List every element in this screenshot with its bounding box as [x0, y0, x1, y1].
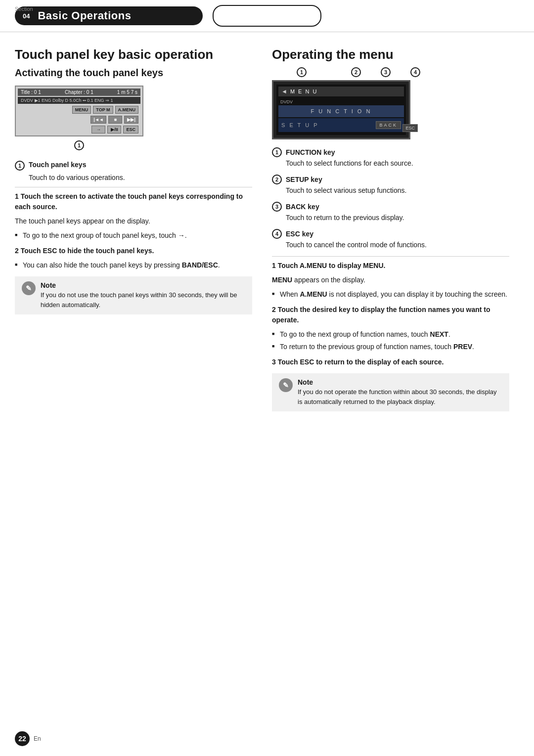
right-step2-bold: 2 Touch the desired key to display the f… [272, 305, 509, 325]
page-header: Section 04 Basic Operations [0, 0, 534, 32]
note-content-left: Note If you do not use the touch panel k… [41, 281, 245, 310]
section-label: Section [15, 6, 33, 12]
back-button[interactable]: BACK [376, 121, 401, 129]
right-column: Operating the menu 1 2 3 4 ◄ M E N U DVD… [272, 47, 509, 417]
dvd-chapter: Chapter : 0 1 [65, 89, 93, 95]
setup-key-item: 2 SETUP key Touch to select various setu… [272, 175, 509, 196]
function-key-desc: Touch to select functions for each sourc… [272, 158, 509, 169]
note-box-left: ✎ Note If you do not use the touch panel… [15, 276, 252, 314]
step1-desc: The touch panel keys appear on the displ… [15, 216, 252, 226]
dvd-stop-btn[interactable]: ■ [108, 116, 122, 124]
step2-bullet: You can also hide the touch panel keys b… [15, 260, 252, 270]
divider-right [272, 256, 509, 257]
function-key-item: 1 FUNCTION key Touch to select functions… [272, 147, 509, 169]
right-step3-bold: 3 Touch ESC to return to the display of … [272, 357, 509, 367]
dvd-btn-row-1: MENU TOP M A.MENU [72, 106, 138, 114]
left-column: Touch panel key basic operation Activati… [15, 47, 252, 417]
callout-num-1: 1 [297, 67, 307, 77]
menu-label: M E N U [290, 89, 318, 94]
dvd-prev-btn[interactable]: |◄◄ [90, 116, 106, 124]
menu-top-row: ◄ M E N U [278, 87, 404, 96]
dvd-playpause-btn[interactable]: ▶/II [107, 126, 121, 133]
dvd-screen-container: Title : 0 1 Chapter : 0 1 1 m 5 7 s DVDV… [15, 86, 252, 150]
callout-circle-function: 1 [272, 147, 282, 157]
dvd-btn-row-2: |◄◄ ■ ▶▶| [90, 116, 138, 124]
dvd-screen: Title : 0 1 Chapter : 0 1 1 m 5 7 s DVDV… [15, 86, 143, 136]
dvd-top-bar: Title : 0 1 Chapter : 0 1 1 m 5 7 s [18, 89, 140, 96]
step1-bullet: To go to the next group of touch panel k… [15, 230, 252, 241]
left-subsection-title: Activating the touch panel keys [15, 67, 252, 79]
back-key-item: 3 BACK key Touch to return to the previo… [272, 202, 509, 223]
right-main-title: Operating the menu [272, 47, 509, 62]
dvd-amenu-btn[interactable]: A.MENU [115, 106, 139, 114]
setup-key-label: SETUP key [286, 176, 322, 183]
menu-arrow-icon: ◄ [281, 88, 287, 95]
callout-1-circle: 1 [74, 140, 84, 150]
right-step1-bullet: When A.MENU is not displayed, you can di… [272, 289, 509, 300]
back-key-label: BACK key [286, 203, 319, 211]
dvd-title: Title : 0 1 [21, 89, 41, 95]
callout-num-2: 2 [351, 67, 361, 77]
function-key-header: 1 FUNCTION key [272, 147, 509, 157]
callout-circle-1: 1 [15, 161, 25, 171]
dvd-arrow-btn[interactable]: → [91, 126, 105, 133]
touch-panel-keys-header: Touch panel keys [29, 161, 86, 169]
esc-key-header: 4 ESC key [272, 229, 509, 239]
callout-num-4: 4 [410, 67, 420, 77]
callout-num-3: 3 [381, 67, 391, 77]
left-main-title: Touch panel key basic operation [15, 47, 252, 62]
note-label-left: Note [41, 281, 245, 289]
touch-panel-keys-item: 1 Touch panel keys [15, 160, 252, 171]
setup-text: S E T U P [281, 122, 319, 128]
section-number: 04 [19, 11, 34, 21]
callout-circle-esc: 4 [272, 229, 282, 239]
dvd-next-btn[interactable]: ▶▶| [124, 116, 138, 124]
back-key-desc: Touch to return to the previous display. [272, 213, 509, 223]
back-key-header: 3 BACK key [272, 202, 509, 212]
setup-key-header: 2 SETUP key [272, 175, 509, 184]
menu-setup-row: S E T U P BACK [278, 118, 404, 132]
callout-circle-back: 3 [272, 202, 282, 212]
menu-screen-wrapper: 1 2 3 4 ◄ M E N U DVDV F U N C T I O N S… [272, 67, 420, 139]
step1-block: 1 Touch the screen to activate the touch… [15, 191, 252, 241]
callout-numbers-row: 1 2 3 4 [272, 67, 420, 77]
step1-bold: 1 Touch the screen to activate the touch… [15, 191, 252, 212]
esc-key-label: ESC key [286, 230, 313, 238]
esc-button[interactable]: ESC [402, 124, 418, 132]
note-icon-right: ✎ [279, 378, 293, 392]
page-number: 22 [15, 731, 30, 746]
right-step1-block: 1 Touch A.MENU to display MENU. MENU app… [272, 261, 509, 300]
esc-key-desc: Touch to cancel the control mode of func… [272, 240, 509, 250]
dvd-menu-btn[interactable]: MENU [72, 106, 91, 114]
note-text-left: If you do not use the touch panel keys w… [41, 290, 245, 310]
dvd-second-bar: DVDV ▶1 ENG Dolby D 5.0Ch ▪▪ 0.1 ENG ⇒ 1 [18, 97, 140, 104]
dvd-callout-area: 1 [15, 140, 143, 150]
menu-screen: ◄ M E N U DVDV F U N C T I O N S E T U P… [272, 80, 410, 139]
dvd-topm-btn[interactable]: TOP M [93, 106, 113, 114]
section-title: Basic Operations [38, 9, 131, 22]
dvd-time: 1 m 5 7 s [117, 89, 137, 95]
header-right-pill [213, 5, 321, 27]
dvdv-label: DVDV [278, 98, 404, 105]
touch-panel-keys-desc: Touch to do various operations. [15, 173, 252, 183]
menu-function-row: F U N C T I O N [278, 105, 404, 117]
note-content-right: Note If you do not operate the function … [298, 378, 502, 406]
dvd-esc-btn[interactable]: ESC [123, 126, 138, 133]
divider-1 [15, 187, 252, 187]
esc-key-item: 4 ESC key Touch to cancel the control mo… [272, 229, 509, 250]
right-step1-desc: MENU appears on the display. [272, 275, 509, 285]
callout-circle-setup: 2 [272, 175, 282, 184]
function-key-label: FUNCTION key [286, 148, 335, 156]
setup-key-desc: Touch to select various setup functions. [272, 185, 509, 196]
right-step2-block: 2 Touch the desired key to display the f… [272, 305, 509, 352]
note-box-right: ✎ Note If you do not operate the functio… [272, 373, 509, 411]
dvd-buttons-area: MENU TOP M A.MENU |◄◄ ■ ▶▶| → ▶/II ESC [18, 106, 140, 133]
menu-screen-inner: ◄ M E N U DVDV F U N C T I O N S E T U P… [276, 85, 406, 135]
dvd-btn-row-3: → ▶/II ESC [91, 126, 138, 133]
main-content: Touch panel key basic operation Activati… [0, 32, 534, 432]
language-label: En [34, 735, 41, 742]
right-step3-block: 3 Touch ESC to return to the display of … [272, 357, 509, 367]
right-step2-bullet1: To go to the next group of function name… [272, 329, 509, 340]
note-text-right: If you do not operate the function withi… [298, 387, 502, 406]
note-label-right: Note [298, 378, 502, 386]
